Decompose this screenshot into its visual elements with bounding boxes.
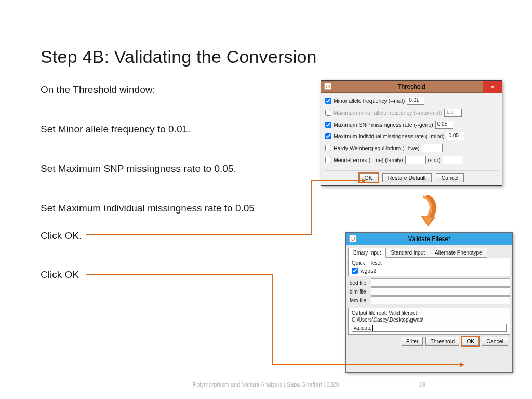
text: to 0.01. <box>155 124 191 135</box>
quick-fileset-label: Quick Fileset <box>352 260 507 266</box>
instruction-mind: Set Maximum individual missingness rate … <box>41 202 255 215</box>
arrow-2-vertical <box>272 274 273 365</box>
output-value-input[interactable]: validate <box>352 324 507 332</box>
maxmaf-label: Maximum minor allele frequency (--max-ma… <box>334 110 442 116</box>
quick-fileset-panel: Quick Fileset wgas2 <box>348 258 510 276</box>
tab-standard-input[interactable]: Standard Input <box>385 248 430 258</box>
java-icon <box>324 83 331 90</box>
text-bold: OK <box>64 269 78 280</box>
fam-label: .fam file <box>348 298 371 303</box>
validate-cancel-button[interactable]: Cancel <box>482 337 508 346</box>
text-bold: Threshold <box>73 84 117 95</box>
slide-title: Step 4B: Validating the Conversion <box>41 47 317 67</box>
maxmaf-input[interactable]: 1.0 <box>444 109 462 117</box>
me-label: Mendel errors (--me) (family) <box>334 157 403 163</box>
validate-button-row: Filter Threshold OK Cancel <box>346 337 508 346</box>
threshold-title-text: Threshold <box>397 83 425 90</box>
validate-window: Validate Fileset Binary Input Standard I… <box>345 232 513 373</box>
geno-label: Maximum SNP missingness rate (--geno) <box>334 122 433 128</box>
mind-label: Maximum individual missingness rate (--m… <box>334 133 445 139</box>
threshold-body: Minor allele frequency (--maf) 0.01 Maxi… <box>321 93 502 185</box>
instruction-intro: On the Threshold window: <box>41 83 155 97</box>
threshold-titlebar: Threshold × <box>321 81 502 93</box>
arrow-1-horizontal2 <box>311 180 362 181</box>
text: window: <box>117 84 155 95</box>
text-bold: Maximum individual missingness rate <box>58 203 222 214</box>
text: Set <box>41 124 58 135</box>
validate-tabs: Binary Input Standard Input Alternate Ph… <box>348 248 510 258</box>
hwe-input[interactable] <box>422 144 443 152</box>
text-bold: Maximum SNP missingness rate <box>58 163 201 174</box>
instruction-geno: Set Maximum SNP missingness rate to 0.05… <box>41 162 236 176</box>
arrow-1-head-icon <box>362 178 366 183</box>
output-path: C:\Users\Casey\Desktop\gwas\ <box>352 317 507 323</box>
text: to 0.05. <box>201 163 236 174</box>
maf-row: Minor allele frequency (--maf) 0.01 <box>325 96 498 105</box>
validate-titlebar: Validate Fileset <box>346 233 512 245</box>
text: Click <box>41 230 64 241</box>
validate-filter-button[interactable]: Filter <box>402 337 423 346</box>
tab-alternate-phenotype[interactable]: Alternate Phenotype <box>430 248 487 258</box>
text: to 0.05 <box>221 203 254 214</box>
geno-input[interactable]: 0.05 <box>435 121 453 129</box>
bim-label: .bim file <box>348 289 371 295</box>
me-checkbox[interactable] <box>325 157 331 163</box>
maf-checkbox[interactable] <box>325 98 331 104</box>
bed-label: .bed file <box>348 280 371 286</box>
me-snp-input[interactable] <box>443 156 463 164</box>
arrow-2-horizontal2 <box>272 364 460 365</box>
bed-input[interactable] <box>371 278 510 287</box>
validate-title-text: Validate Fileset <box>408 235 450 243</box>
geno-row: Maximum SNP missingness rate (--geno) 0.… <box>325 120 498 129</box>
text: . <box>79 230 82 241</box>
instruction-click-ok-2: Click OK <box>41 268 79 282</box>
text-bold: Minor allele frequency <box>58 124 155 135</box>
fam-row: .fam file <box>348 296 510 304</box>
page-number: 19 <box>419 381 425 388</box>
arrow-1-vertical <box>311 180 312 235</box>
mind-input[interactable]: 0.05 <box>447 132 464 140</box>
mind-checkbox[interactable] <box>325 133 331 139</box>
instruction-click-ok-1: Click OK. <box>41 229 82 243</box>
maxmaf-row: Maximum minor allele frequency (--max-ma… <box>325 108 498 117</box>
geno-checkbox[interactable] <box>325 122 331 128</box>
me-row: Mendel errors (--me) (family) (snp) <box>325 155 498 165</box>
text: Set <box>41 203 58 214</box>
curved-arrow-icon <box>410 195 442 229</box>
wgas2-label: wgas2 <box>361 268 376 274</box>
maf-label: Minor allele frequency (--maf) <box>334 98 405 104</box>
text: On the <box>41 84 73 95</box>
me-family-input[interactable] <box>405 156 426 164</box>
validate-threshold-button[interactable]: Threshold <box>425 337 459 346</box>
java-icon <box>349 235 356 242</box>
bim-input[interactable] <box>371 287 510 296</box>
fam-input[interactable] <box>371 296 510 304</box>
close-icon[interactable]: × <box>483 81 502 93</box>
hwe-checkbox[interactable] <box>325 145 331 151</box>
maxmaf-checkbox[interactable] <box>325 110 331 116</box>
wgas2-checkbox[interactable] <box>352 268 358 274</box>
arrow-2-horizontal <box>86 274 273 275</box>
bim-row: .bim file <box>348 287 510 296</box>
slide-footer: Polymorphism and Variant Analysis | Saba… <box>0 381 532 388</box>
threshold-cancel-button[interactable]: Cancel <box>436 173 464 182</box>
output-value-text: validate <box>354 325 371 331</box>
hwe-row: Hardy Weinberg equilibrium (--hwe) <box>325 143 498 153</box>
text: Click <box>41 269 64 280</box>
tab-binary-input[interactable]: Binary Input <box>348 248 386 258</box>
mind-row: Maximum individual missingness rate (--m… <box>325 131 498 141</box>
arrow-1-horizontal <box>86 234 312 235</box>
text-bold: OK <box>64 230 78 241</box>
threshold-window: Threshold × Minor allele frequency (--ma… <box>321 80 502 186</box>
text: Set <box>41 163 58 174</box>
text-cursor-icon <box>372 325 373 331</box>
output-panel: Output file root: Valid fileroot C:\User… <box>348 308 510 335</box>
arrow-2-head-icon <box>460 362 464 367</box>
maf-input[interactable]: 0.01 <box>407 97 424 105</box>
threshold-restore-button[interactable]: Restore Default <box>382 173 432 182</box>
validate-ok-button[interactable]: OK <box>462 337 479 346</box>
me-snp-label: (snp) <box>428 157 441 163</box>
instruction-maf: Set Minor allele frequency to 0.01. <box>41 123 190 136</box>
output-label: Output file root: Valid fileroot <box>352 310 507 316</box>
bed-row: .bed file <box>348 278 510 287</box>
